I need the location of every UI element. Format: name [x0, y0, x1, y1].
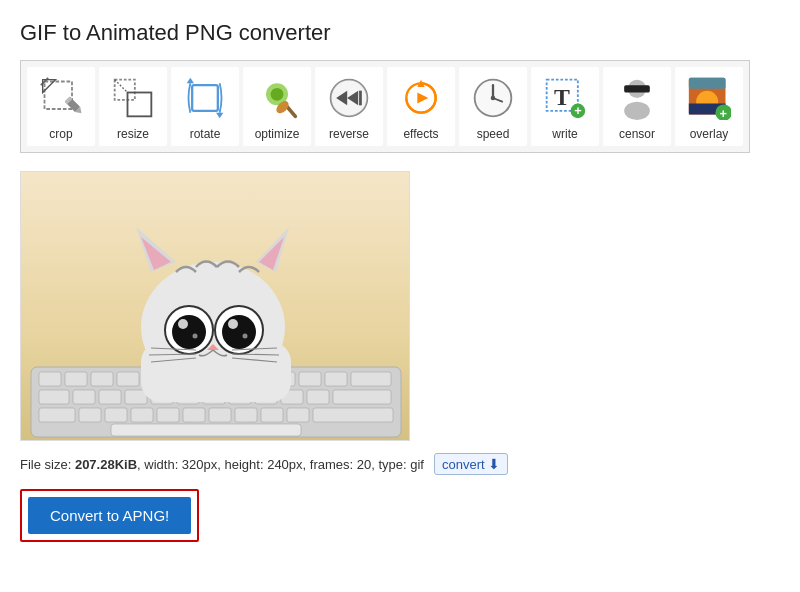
svg-marker-11 [216, 113, 223, 119]
resize-label: resize [117, 127, 149, 141]
resize-icon [111, 76, 155, 120]
svg-rect-46 [117, 372, 139, 386]
preview-area [20, 171, 780, 441]
overlay-icon: + [687, 76, 731, 120]
svg-rect-66 [307, 390, 329, 404]
svg-rect-44 [65, 372, 87, 386]
svg-rect-70 [105, 408, 127, 422]
file-info-text: File size: 207.28KiB, width: 320px, heig… [20, 457, 424, 472]
censor-label: censor [619, 127, 655, 141]
tool-crop[interactable]: crop [27, 67, 95, 146]
svg-rect-7 [128, 93, 152, 117]
tool-rotate[interactable]: rotate [171, 67, 239, 146]
svg-rect-67 [333, 390, 391, 404]
svg-point-101 [243, 334, 248, 339]
tool-resize[interactable]: resize [99, 67, 167, 146]
toolbar: crop resize rotate [20, 60, 750, 153]
svg-point-99 [228, 319, 238, 329]
svg-rect-71 [131, 408, 153, 422]
optimize-icon [255, 76, 299, 120]
svg-rect-76 [261, 408, 283, 422]
svg-rect-57 [73, 390, 95, 404]
svg-rect-53 [299, 372, 321, 386]
crop-label: crop [49, 127, 72, 141]
crop-icon [39, 76, 83, 120]
svg-rect-79 [111, 424, 301, 436]
download-icon: ⬇ [488, 456, 500, 472]
tool-censor[interactable]: censor [603, 67, 671, 146]
speed-label: speed [477, 127, 510, 141]
gif-preview [20, 171, 410, 441]
svg-point-33 [624, 102, 650, 120]
svg-point-97 [222, 315, 256, 349]
svg-rect-77 [287, 408, 309, 422]
reverse-icon [327, 76, 371, 120]
tool-effects[interactable]: effects [387, 67, 455, 146]
svg-rect-78 [313, 408, 393, 422]
write-icon: T + [543, 76, 587, 120]
svg-line-8 [115, 80, 128, 93]
svg-rect-72 [157, 408, 179, 422]
svg-rect-38 [689, 78, 726, 89]
rotate-label: rotate [190, 127, 221, 141]
file-size: 207.28KiB [75, 457, 137, 472]
svg-rect-68 [39, 408, 75, 422]
svg-rect-74 [209, 408, 231, 422]
svg-point-96 [172, 315, 206, 349]
overlay-label: overlay [690, 127, 729, 141]
svg-rect-20 [359, 91, 362, 106]
effects-icon [399, 76, 443, 120]
svg-marker-23 [417, 93, 428, 104]
cat-animation [21, 172, 410, 441]
svg-rect-75 [235, 408, 257, 422]
page-title: GIF to Animated PNG converter [20, 20, 780, 46]
svg-point-98 [178, 319, 188, 329]
rotate-icon [183, 76, 227, 120]
reverse-label: reverse [329, 127, 369, 141]
svg-text:+: + [574, 103, 582, 118]
svg-text:T: T [554, 84, 570, 110]
svg-rect-55 [351, 372, 391, 386]
optimize-label: optimize [255, 127, 300, 141]
speed-icon [471, 76, 515, 120]
svg-rect-69 [79, 408, 101, 422]
censor-icon [615, 76, 659, 120]
svg-marker-10 [187, 78, 194, 84]
tool-write[interactable]: T + write [531, 67, 599, 146]
tool-overlay[interactable]: + overlay [675, 67, 743, 146]
svg-point-13 [271, 88, 284, 101]
svg-rect-54 [325, 372, 347, 386]
svg-point-27 [491, 96, 496, 101]
svg-rect-9 [192, 85, 218, 111]
svg-text:+: + [720, 106, 728, 120]
svg-rect-34 [624, 85, 650, 92]
tool-optimize[interactable]: optimize [243, 67, 311, 146]
svg-rect-56 [39, 390, 69, 404]
tool-reverse[interactable]: reverse [315, 67, 383, 146]
svg-rect-58 [99, 390, 121, 404]
effects-label: effects [403, 127, 438, 141]
svg-rect-59 [125, 390, 147, 404]
svg-point-100 [193, 334, 198, 339]
svg-rect-73 [183, 408, 205, 422]
svg-rect-43 [39, 372, 61, 386]
convert-link[interactable]: convert ⬇ [434, 453, 508, 475]
tool-speed[interactable]: speed [459, 67, 527, 146]
svg-rect-45 [91, 372, 113, 386]
convert-apng-button[interactable]: Convert to APNG! [28, 497, 191, 534]
write-label: write [552, 127, 577, 141]
file-info: File size: 207.28KiB, width: 320px, heig… [20, 453, 780, 475]
convert-btn-wrapper: Convert to APNG! [20, 489, 199, 542]
